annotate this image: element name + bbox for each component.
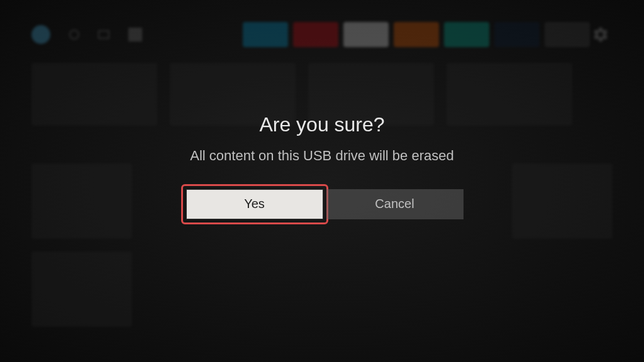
dialog-button-row: Yes Cancel: [181, 184, 464, 224]
cancel-button[interactable]: Cancel: [326, 189, 464, 219]
confirmation-dialog: Are you sure? All content on this USB dr…: [0, 0, 644, 362]
dialog-message: All content on this USB drive will be er…: [190, 148, 453, 164]
yes-button-highlight: Yes: [181, 184, 328, 224]
dialog-title: Are you sure?: [259, 113, 384, 136]
yes-button[interactable]: Yes: [186, 189, 323, 219]
